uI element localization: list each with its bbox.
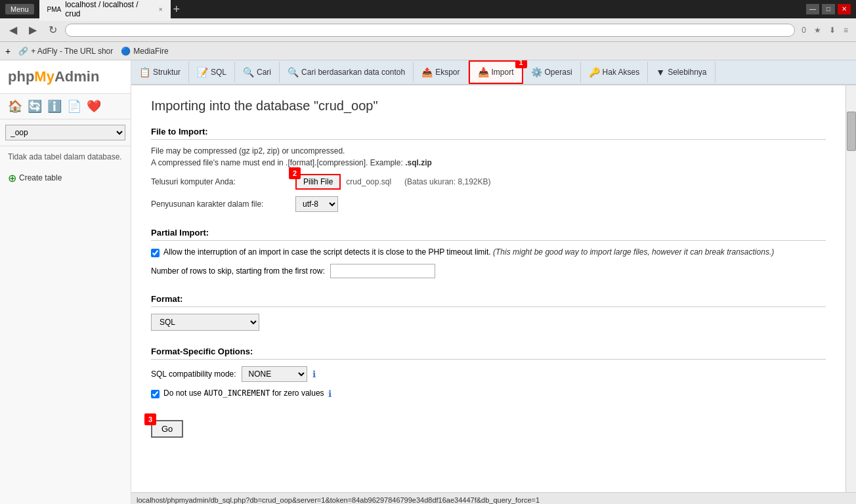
compat-mode-row: SQL compatibility mode: NONE ANSI DB2 MA… — [151, 366, 826, 382]
cari-contoh-icon: 🔍 — [288, 67, 299, 77]
reload-button[interactable]: ↻ — [45, 21, 61, 39]
address-input[interactable]: localhost/phpmyadmin/ — [72, 26, 788, 35]
format-section: Format: SQL CSV CSV using LOAD DATA ODS — [151, 294, 826, 331]
close-window-button[interactable]: ✕ — [838, 4, 851, 14]
nav-counter: 0 — [799, 24, 809, 36]
menu-dots[interactable]: ≡ — [841, 24, 851, 36]
status-url: localhost/phpmyadmin/db_sql.php?db=crud_… — [137, 496, 540, 504]
sidebar-icon-bar: 🏠 🔄 ℹ️ 📄 ❤️ — [0, 94, 131, 119]
tab-import[interactable]: 1 📥 Import — [469, 60, 523, 84]
file-upload-wrapper: 2 Pilih File — [295, 174, 341, 190]
cari-icon: 🔍 — [243, 67, 254, 77]
file-import-section: File to Import: File may be compressed (… — [151, 127, 826, 212]
bookmark-adfly[interactable]: 🔗 + AdFly - The URL shor — [18, 47, 113, 56]
badge-1: 1 — [515, 60, 527, 68]
interrupt-checkbox-row: Allow the interruption of an import in c… — [151, 247, 826, 257]
skip-rows-row: Number of rows to skip, starting from th… — [151, 264, 826, 278]
partial-import-section: Partial Import: Allow the interruption o… — [151, 228, 826, 278]
main-content: 📋 Struktur 📝 SQL 🔍 Cari 🔍 Cari berdasark… — [131, 60, 856, 504]
sql-icon: 📝 — [197, 67, 208, 77]
refresh-icon[interactable]: 🔄 — [28, 99, 42, 114]
tab-cari[interactable]: 🔍 Cari — [235, 62, 280, 83]
auto-increment-label: Do not use AUTO_INCREMENT for zero value… — [163, 388, 324, 398]
auto-increment-checkbox[interactable] — [151, 390, 160, 398]
tab-close-button[interactable]: × — [159, 6, 163, 13]
go-button-wrapper: 3 Go — [151, 420, 183, 438]
bookmark-mediafire[interactable]: 🔵 MediaFire — [121, 47, 168, 56]
heart-icon[interactable]: ❤️ — [87, 99, 101, 114]
create-table-button[interactable]: ⊕ Create table — [8, 172, 123, 184]
logo-my: My — [34, 68, 54, 85]
badge-3: 3 — [144, 413, 156, 425]
plus-icon: ⊕ — [8, 172, 16, 184]
encoding-label: Penyusunan karakter dalam file: — [151, 200, 295, 209]
page-body: Importing into the database "crud_oop" F… — [131, 85, 845, 492]
operasi-icon: ⚙️ — [531, 67, 542, 77]
tab-title: localhost / localhost / crud — [65, 0, 154, 18]
add-bookmark-button[interactable]: + — [5, 46, 11, 56]
tab-cari-label: Cari — [257, 68, 271, 77]
tab-hak-akses-label: Hak Akses — [603, 68, 640, 77]
tab-import-label: Import — [492, 68, 514, 77]
menu-button[interactable]: Menu — [5, 4, 34, 14]
sidebar: phpMyAdmin 🏠 🔄 ℹ️ 📄 ❤️ _oop Tidak ada ta… — [0, 60, 131, 504]
format-select[interactable]: SQL CSV CSV using LOAD DATA ODS — [151, 314, 259, 331]
tab-sql-label: SQL — [211, 68, 226, 77]
auto-increment-help-icon[interactable]: ℹ — [328, 388, 332, 399]
create-table-label: Create table — [19, 173, 62, 182]
skip-input[interactable]: 0 — [330, 264, 435, 278]
file-info-line2: A compressed file's name must end in .[f… — [151, 158, 826, 167]
tab-sql[interactable]: 📝 SQL — [189, 62, 235, 83]
ekspor-icon: 📤 — [421, 67, 433, 77]
address-bar[interactable]: localhost/phpmyadmin/ — [65, 24, 795, 37]
mediafire-icon: 🔵 — [121, 47, 131, 56]
compat-label: SQL compatibility mode: — [151, 369, 236, 379]
scrollbar-thumb[interactable] — [847, 112, 856, 151]
browser-tab[interactable]: PMA localhost / localhost / crud × — [39, 0, 171, 21]
encoding-select[interactable]: utf-8 latin1 utf-16 — [295, 196, 338, 212]
page-title: Importing into the database "crud_oop" — [151, 98, 826, 114]
compat-select[interactable]: NONE ANSI DB2 MAXDB MYSQL323 — [242, 366, 307, 382]
scrollbar[interactable] — [845, 85, 856, 492]
minimize-button[interactable]: — — [806, 4, 819, 14]
chosen-file-name: crud_oop.sql — [346, 177, 391, 186]
tab-hak-akses[interactable]: 🔑 Hak Akses — [581, 62, 649, 83]
logo: phpMyAdmin — [0, 60, 131, 94]
tab-favicon: PMA — [47, 6, 62, 13]
badge-2: 2 — [289, 167, 301, 179]
logo-php: php — [8, 68, 34, 85]
top-tabs: 📋 Struktur 📝 SQL 🔍 Cari 🔍 Cari berdasark… — [131, 60, 856, 85]
tab-struktur[interactable]: 📋 Struktur — [131, 62, 189, 83]
window-controls: — □ ✕ — [806, 4, 851, 14]
bookmarks-bar: + 🔗 + AdFly - The URL shor 🔵 MediaFire — [0, 42, 856, 60]
maximize-button[interactable]: □ — [822, 4, 835, 14]
tab-ekspor[interactable]: 📤 Ekspor — [414, 62, 468, 83]
interrupt-checkbox[interactable] — [151, 249, 160, 257]
interrupt-label: Allow the interruption of an import in c… — [163, 247, 774, 257]
compat-help-icon[interactable]: ℹ — [312, 369, 316, 379]
download-button[interactable]: ⬇ — [826, 24, 838, 36]
auto-increment-row: Do not use AUTO_INCREMENT for zero value… — [151, 388, 826, 399]
info-icon[interactable]: ℹ️ — [47, 99, 62, 114]
import-icon: 📥 — [478, 67, 489, 77]
back-button[interactable]: ◀ — [5, 21, 21, 39]
struktur-icon: 📋 — [139, 67, 150, 77]
tab-selebihnya[interactable]: ▼ Selebihnya — [648, 62, 715, 83]
home-icon[interactable]: 🏠 — [8, 99, 22, 114]
db-select-wrapper: _oop — [0, 119, 131, 146]
bookmark-star[interactable]: ★ — [811, 24, 824, 36]
hak-akses-icon: 🔑 — [589, 67, 600, 77]
file-size-info: (Batas ukuran: 8,192KB) — [404, 177, 490, 186]
tab-operasi[interactable]: ⚙️ Operasi — [523, 62, 581, 83]
new-tab-button[interactable]: + — [173, 3, 181, 16]
tab-cari-contoh[interactable]: 🔍 Cari berdasarkan data contoh — [280, 62, 414, 83]
tab-selebihnya-label: Selebihnya — [668, 68, 706, 77]
choose-file-button[interactable]: Pilih File — [295, 174, 341, 190]
db-select[interactable]: _oop — [5, 125, 125, 140]
tab-operasi-label: Operasi — [545, 68, 572, 77]
adfly-icon: 🔗 — [18, 47, 28, 56]
forward-button[interactable]: ▶ — [25, 21, 41, 39]
encoding-row: Penyusunan karakter dalam file: utf-8 la… — [151, 196, 826, 212]
tab-struktur-label: Struktur — [153, 68, 181, 77]
doc-icon[interactable]: 📄 — [67, 99, 81, 114]
